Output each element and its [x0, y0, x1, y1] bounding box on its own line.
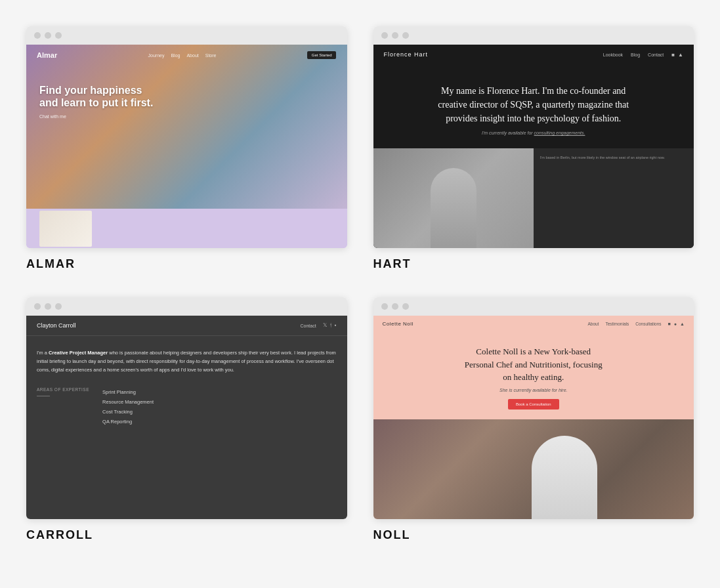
- noll-cta-button[interactable]: Book a Consultation: [508, 399, 559, 410]
- noll-nav-testimonials[interactable]: Testimonials: [605, 322, 629, 326]
- noll-site-preview: Colette Noll About Testimonials Consulta…: [373, 316, 694, 519]
- almar-sub-link[interactable]: Chat with me: [39, 114, 153, 119]
- carroll-expertise-section: Areas of Expertise Sprint Planning Resou…: [37, 387, 337, 427]
- linkedin-icon[interactable]: ▪: [335, 322, 337, 329]
- hart-portrait-image: [373, 148, 534, 248]
- almar-nav-journey[interactable]: Journey: [148, 53, 165, 58]
- dot-red: [381, 303, 388, 310]
- dot-green: [402, 303, 409, 310]
- noll-nav: Colette Noll About Testimonials Consulta…: [373, 316, 694, 332]
- instagram-icon[interactable]: ●: [674, 322, 677, 326]
- hart-title: HART: [373, 257, 694, 271]
- noll-chef-silhouette: [532, 436, 597, 520]
- hart-hero-text: My name is Florence Hart. I'm the co-fou…: [373, 64, 694, 148]
- hart-person-silhouette: [431, 168, 476, 248]
- hart-nav-blog[interactable]: Blog: [631, 52, 640, 57]
- noll-logo: Colette Noll: [383, 321, 413, 327]
- hart-headline: My name is Florence Hart. I'm the co-fou…: [413, 84, 655, 125]
- hart-site-preview: Florence Hart Lookbook Blog Contact ■ ▲ …: [373, 45, 694, 248]
- carroll-contact-link[interactable]: Contact: [301, 324, 316, 328]
- dot-green: [55, 32, 62, 39]
- facebook-icon[interactable]: 𝔣: [330, 322, 331, 329]
- almar-title: ALMAR: [26, 257, 347, 271]
- facebook-icon[interactable]: ■: [668, 322, 671, 326]
- carroll-bio: I'm a Creative Project Manager who is pa…: [37, 349, 337, 374]
- carroll-site-preview: Clayton Carroll Contact 𝕏 𝔣 ▪ I'm a Crea…: [26, 316, 347, 519]
- carroll-content: I'm a Creative Project Manager who is pa…: [26, 336, 347, 440]
- browser-bar-carroll: [26, 297, 347, 316]
- dot-red: [34, 32, 41, 39]
- browser-bar-hart: [373, 26, 694, 45]
- dot-red: [34, 303, 41, 310]
- almar-site-preview: Almar Journey Blog About Store Get Start…: [26, 45, 347, 248]
- instagram-icon[interactable]: ■: [671, 52, 675, 58]
- main-grid: Almar Journey Blog About Store Get Start…: [0, 0, 720, 568]
- browser-bar-noll: [373, 297, 694, 316]
- card-carroll: Clayton Carroll Contact 𝕏 𝔣 ▪ I'm a Crea…: [13, 284, 360, 555]
- hart-social-icons: ■ ▲: [671, 52, 683, 58]
- hart-sub: I'm currently available for consulting e…: [413, 131, 655, 135]
- card-almar: Almar Journey Blog About Store Get Start…: [13, 13, 360, 284]
- hart-nav-lookbook[interactable]: Lookbook: [603, 52, 623, 57]
- noll-sub: She is currently available for hire.: [400, 388, 668, 392]
- card-noll: Colette Noll About Testimonials Consulta…: [360, 284, 708, 555]
- noll-title: NOLL: [373, 528, 694, 542]
- carroll-social-icons: 𝕏 𝔣 ▪: [323, 322, 337, 329]
- dot-yellow: [45, 32, 51, 39]
- almar-hero-text: Find your happinessand learn to put it f…: [39, 84, 153, 119]
- dot-yellow: [392, 32, 398, 39]
- browser-hart: Florence Hart Lookbook Blog Contact ■ ▲ …: [373, 26, 694, 248]
- skill-cost-tracking: Cost Tracking: [102, 407, 154, 417]
- almar-headline: Find your happinessand learn to put it f…: [39, 84, 153, 109]
- carroll-title: CARROLL: [26, 528, 347, 542]
- noll-social-icons: ■ ● ▲: [668, 322, 685, 326]
- twitter-icon[interactable]: 𝕏: [323, 322, 327, 329]
- carroll-expertise-label: Areas of Expertise: [37, 387, 89, 392]
- skill-resource-management: Resource Management: [102, 397, 154, 407]
- dot-yellow: [392, 303, 398, 310]
- hart-caption-text: I'm based in Berlin, but more likely in …: [540, 155, 687, 160]
- browser-almar: Almar Journey Blog About Store Get Start…: [26, 26, 347, 248]
- almar-book-image: [39, 211, 92, 247]
- card-hart: Florence Hart Lookbook Blog Contact ■ ▲ …: [360, 13, 708, 284]
- noll-nav-about[interactable]: About: [587, 322, 599, 326]
- almar-nav-store[interactable]: Store: [205, 53, 217, 58]
- almar-nav-links: Journey Blog About Store: [148, 53, 217, 58]
- dot-green: [402, 32, 409, 39]
- browser-carroll: Clayton Carroll Contact 𝕏 𝔣 ▪ I'm a Crea…: [26, 297, 347, 519]
- almar-bottom-section: [26, 209, 347, 248]
- skill-qa-reporting: QA Reporting: [102, 417, 154, 427]
- browser-noll: Colette Noll About Testimonials Consulta…: [373, 297, 694, 519]
- almar-logo: Almar: [37, 51, 57, 59]
- almar-hero-image: Almar Journey Blog About Store Get Start…: [26, 45, 347, 209]
- twitter-icon[interactable]: ▲: [680, 322, 685, 326]
- dot-green: [55, 303, 62, 310]
- hart-nav-contact[interactable]: Contact: [648, 52, 664, 57]
- carroll-expertise-label-col: Areas of Expertise: [37, 387, 89, 427]
- almar-cta-button[interactable]: Get Started: [307, 51, 337, 59]
- hart-bottom: I'm based in Berlin, but more likely in …: [373, 148, 694, 248]
- dot-yellow: [45, 303, 51, 310]
- twitter-icon[interactable]: ▲: [678, 52, 683, 58]
- noll-hero-text: Colette Noll is a New York-basedPersonal…: [373, 332, 694, 419]
- almar-nav-about[interactable]: About: [186, 53, 198, 58]
- almar-nav: Almar Journey Blog About Store Get Start…: [26, 45, 347, 66]
- browser-bar-almar: [26, 26, 347, 45]
- carroll-nav-right: Contact 𝕏 𝔣 ▪: [301, 322, 337, 329]
- skill-sprint-planning: Sprint Planning: [102, 387, 154, 397]
- noll-nav-consultations[interactable]: Consultations: [635, 322, 661, 326]
- carroll-skills-list: Sprint Planning Resource Management Cost…: [102, 387, 154, 427]
- noll-headline: Colette Noll is a New York-basedPersonal…: [400, 345, 668, 384]
- dot-red: [381, 32, 388, 39]
- hart-nav-links: Lookbook Blog Contact ■ ▲: [603, 52, 683, 58]
- hart-caption-panel: I'm based in Berlin, but more likely in …: [534, 148, 694, 248]
- hart-nav: Florence Hart Lookbook Blog Contact ■ ▲: [373, 45, 694, 64]
- carroll-logo: Clayton Carroll: [37, 322, 76, 329]
- noll-nav-links: About Testimonials Consultations ■ ● ▲: [587, 322, 685, 326]
- carroll-divider: [37, 396, 50, 396]
- almar-nav-blog[interactable]: Blog: [171, 53, 180, 58]
- hart-logo: Florence Hart: [384, 51, 429, 58]
- noll-hero-image: [373, 419, 694, 520]
- carroll-nav: Clayton Carroll Contact 𝕏 𝔣 ▪: [26, 316, 347, 336]
